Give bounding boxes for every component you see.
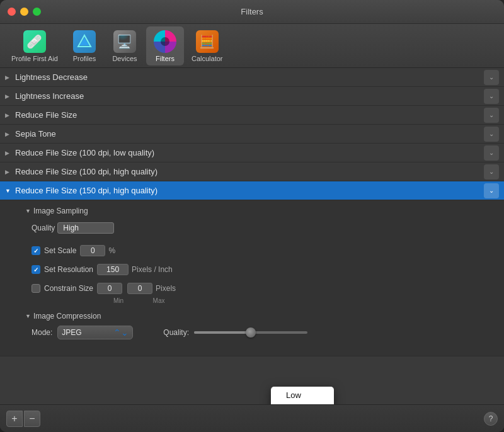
expand-triangle-reduce-150-high: ▼	[5, 188, 11, 194]
expand-triangle-reduce-100-high: ▶	[5, 169, 11, 175]
quality-dropdown-popup[interactable]: Low Medium ✓ High	[271, 387, 334, 404]
window-controls	[8, 8, 41, 16]
filter-row-reduce-100-high[interactable]: ▶ Reduce File Size (100 dpi, high qualit…	[0, 162, 504, 181]
filter-label-reduce-100-low: Reduce File Size (100 dpi, low quality)	[15, 148, 484, 157]
toolbar: 🩹 Profile First Aid Profiles 🖥️	[0, 24, 504, 68]
set-scale-input[interactable]	[80, 245, 105, 256]
minimize-button[interactable]	[20, 8, 28, 16]
constrain-size-label: Constrain Size	[44, 284, 97, 293]
constrain-max-input[interactable]	[127, 283, 152, 294]
profile-first-aid-icon: 🩹	[23, 30, 47, 54]
filter-expand-reduce-100-low[interactable]: ⌄	[484, 145, 499, 161]
filter-row-reduce-file-size[interactable]: ▶ Reduce File Size ⌄	[0, 106, 504, 125]
filter-expand-sepia-tone[interactable]: ⌄	[484, 127, 499, 142]
main-window: Filters 🩹 Profile First Aid Pr	[0, 0, 504, 432]
quality-row: Quality High Low Medium ✓ High	[32, 220, 491, 236]
set-resolution-label: Set Resolution	[44, 265, 97, 274]
filter-row-reduce-100-low[interactable]: ▶ Reduce File Size (100 dpi, low quality…	[0, 144, 504, 162]
filter-expand-reduce-150-high[interactable]: ⌄	[484, 183, 499, 198]
mode-row: Mode: JPEG ⌃⌄ Quality:	[32, 326, 491, 339]
filter-label-lightness-decrease: Lightness Decrease	[15, 72, 484, 82]
constrain-unit: Pixels	[156, 284, 176, 293]
quality-dropdown[interactable]: High	[57, 222, 114, 234]
set-resolution-input[interactable]	[97, 264, 129, 275]
filter-expand-reduce-100-high[interactable]: ⌄	[484, 164, 499, 179]
expand-triangle-lightness-increase: ▶	[5, 93, 11, 99]
filter-label-lightness-increase: Lightness Increase	[15, 91, 484, 101]
profiles-icon	[72, 30, 96, 54]
remove-filter-button[interactable]: −	[24, 411, 40, 427]
toolbar-label-profile-first-aid: Profile First Aid	[11, 55, 58, 62]
filter-row-lightness-decrease[interactable]: ▶ Lightness Decrease ⌄	[0, 68, 504, 87]
expand-triangle-lightness-decrease: ▶	[5, 74, 11, 81]
filter-label-reduce-file-size: Reduce File Size	[15, 110, 484, 120]
set-resolution-checkbox[interactable]: ✓	[32, 265, 40, 274]
image-compression-title: ▼ Image Compression	[25, 312, 491, 321]
filter-expand-reduce-file-size[interactable]: ⌄	[484, 108, 499, 123]
close-button[interactable]	[8, 8, 16, 16]
max-label: Max	[146, 297, 171, 304]
set-scale-row: ✓ Set Scale %	[32, 243, 491, 258]
quality-label: Quality	[32, 224, 55, 232]
filter-row-sepia-tone[interactable]: ▶ Sepia Tone ⌄	[0, 125, 504, 144]
constrain-min-input[interactable]	[97, 283, 122, 294]
set-scale-checkbox[interactable]: ✓	[32, 246, 40, 255]
content-area: ▶ Lightness Decrease ⌄ ▶ Lightness Incre…	[0, 68, 504, 404]
toolbar-label-profiles: Profiles	[73, 55, 96, 62]
toolbar-item-profiles[interactable]: Profiles	[66, 26, 103, 65]
filter-label-reduce-100-high: Reduce File Size (100 dpi, high quality)	[15, 167, 484, 176]
bottom-bar: + − ?	[0, 404, 504, 432]
set-resolution-row: ✓ Set Resolution Pixels / Inch	[32, 262, 491, 277]
toolbar-item-filters[interactable]: Filters	[146, 26, 184, 65]
toolbar-item-profile-first-aid[interactable]: 🩹 Profile First Aid	[6, 26, 63, 65]
quality-slider[interactable]	[194, 331, 307, 334]
expand-triangle-reduce-100-low: ▶	[5, 150, 11, 156]
toolbar-label-filters: Filters	[156, 55, 175, 62]
set-resolution-unit: Pixels / Inch	[132, 265, 173, 274]
add-remove-buttons: + −	[6, 411, 40, 427]
filter-row-reduce-150-high[interactable]: ▼ Reduce File Size (150 dpi, high qualit…	[0, 181, 504, 200]
dropdown-option-low[interactable]: Low	[271, 388, 334, 402]
expand-triangle-reduce-file-size: ▶	[5, 112, 11, 118]
dropdown-option-medium[interactable]: Medium	[271, 402, 334, 404]
toolbar-item-calculator[interactable]: 🧮 Calculator	[186, 26, 228, 65]
window-title: Filters	[241, 7, 263, 16]
mode-label: Mode:	[32, 328, 52, 337]
calculator-icon: 🧮	[195, 30, 219, 54]
slider-thumb[interactable]	[246, 327, 256, 338]
filter-expand-lightness-increase[interactable]: ⌄	[484, 89, 499, 104]
set-scale-unit: %	[108, 246, 115, 255]
min-label: Min	[106, 297, 131, 304]
toolbar-item-devices[interactable]: 🖥️ Devices	[106, 26, 144, 65]
compression-quality-label: Quality:	[163, 328, 189, 337]
filter-row-lightness-increase[interactable]: ▶ Lightness Increase ⌄	[0, 87, 504, 106]
toolbar-label-calculator: Calculator	[192, 55, 223, 62]
filter-expand-lightness-decrease[interactable]: ⌄	[484, 70, 499, 85]
help-button[interactable]: ?	[484, 412, 498, 426]
image-sampling-section-title: ▼ Image Sampling	[25, 207, 491, 215]
filters-icon	[153, 30, 177, 54]
add-filter-button[interactable]: +	[6, 411, 23, 427]
expand-triangle-sepia-tone: ▶	[5, 131, 11, 137]
filter-label-reduce-150-high: Reduce File Size (150 dpi, high quality)	[15, 186, 484, 195]
constrain-size-checkbox[interactable]	[32, 284, 40, 293]
toolbar-label-devices: Devices	[112, 55, 137, 62]
devices-icon: 🖥️	[113, 30, 137, 54]
mode-select[interactable]: JPEG ⌃⌄	[57, 326, 133, 339]
maximize-button[interactable]	[33, 8, 41, 16]
select-arrow-icon: ⌃⌄	[113, 327, 129, 338]
expanded-section: ▼ Image Sampling Quality High Low Medium…	[0, 200, 504, 356]
filter-label-sepia-tone: Sepia Tone	[15, 129, 484, 139]
constrain-size-row: Constrain Size Pixels	[32, 281, 491, 296]
set-scale-label: Set Scale	[44, 246, 80, 255]
titlebar: Filters	[0, 0, 504, 24]
